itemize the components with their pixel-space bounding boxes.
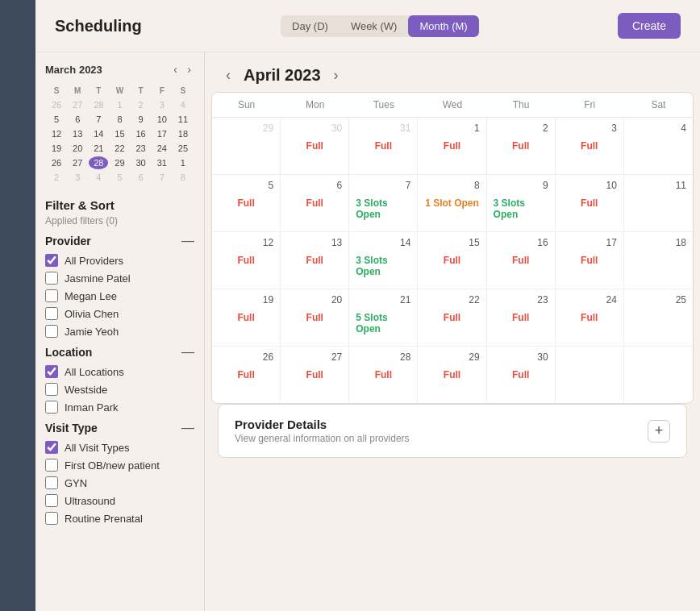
mini-cal-day[interactable]: 1 bbox=[110, 98, 129, 111]
mini-cal-day[interactable]: 12 bbox=[47, 127, 66, 140]
checkbox-input[interactable] bbox=[45, 307, 58, 320]
checkbox-input[interactable] bbox=[45, 476, 58, 489]
mini-cal-day[interactable]: 23 bbox=[131, 142, 151, 155]
calendar-cell-status: Full bbox=[581, 312, 598, 323]
checkbox-input[interactable] bbox=[45, 512, 58, 525]
provider-details-expand-button[interactable]: + bbox=[648, 420, 670, 443]
mini-cal-day[interactable]: 4 bbox=[173, 98, 193, 111]
mini-cal-day[interactable]: 8 bbox=[173, 171, 193, 184]
calendar-cell[interactable]: 15Full bbox=[418, 232, 486, 289]
mini-cal-day[interactable]: 15 bbox=[110, 127, 129, 140]
mini-cal-day[interactable]: 26 bbox=[47, 156, 66, 169]
mini-cal-day[interactable]: 24 bbox=[152, 142, 172, 155]
mini-cal-day[interactable]: 29 bbox=[110, 156, 129, 169]
calendar-cell[interactable]: 10Full bbox=[556, 175, 624, 231]
mini-cal-day[interactable]: 11 bbox=[173, 113, 193, 126]
provider-collapse-button[interactable]: — bbox=[181, 235, 194, 247]
mini-cal-day[interactable]: 5 bbox=[110, 171, 129, 184]
calendar-cell[interactable]: 22Full bbox=[418, 289, 486, 346]
mini-cal-day[interactable]: 3 bbox=[68, 171, 87, 184]
calendar-cell[interactable]: 12Full bbox=[212, 232, 281, 289]
calendar-cell[interactable]: 19Full bbox=[212, 289, 281, 346]
mini-cal-day[interactable]: 26 bbox=[47, 98, 66, 111]
calendar-cell[interactable]: 30Full bbox=[281, 118, 349, 174]
mini-cal-day[interactable]: 3 bbox=[152, 98, 172, 111]
calendar-cell[interactable]: 16Full bbox=[487, 232, 556, 289]
checkbox-input[interactable] bbox=[45, 365, 58, 378]
mini-cal-day[interactable]: 4 bbox=[89, 171, 108, 184]
mini-cal-day[interactable]: 1 bbox=[173, 156, 193, 169]
calendar-cell[interactable]: 24Full bbox=[556, 289, 624, 346]
calendar-cell[interactable]: 3Full bbox=[556, 118, 624, 174]
calendar-cell[interactable]: 93 Slots Open bbox=[487, 175, 556, 231]
checkbox-input[interactable] bbox=[45, 272, 58, 285]
view-day-button[interactable]: Day (D) bbox=[281, 15, 340, 37]
mini-cal-day[interactable]: 30 bbox=[131, 156, 151, 169]
mini-cal-day[interactable]: 16 bbox=[131, 127, 151, 140]
calendar-cell[interactable]: 73 Slots Open bbox=[349, 175, 418, 231]
mini-cal-next[interactable]: › bbox=[184, 63, 194, 76]
create-button[interactable]: Create bbox=[618, 13, 681, 39]
visit-type-collapse-button[interactable]: — bbox=[181, 422, 194, 434]
mini-cal-day[interactable]: 9 bbox=[131, 113, 151, 126]
mini-cal-day[interactable]: 27 bbox=[68, 98, 87, 111]
mini-cal-day[interactable]: 20 bbox=[68, 142, 87, 155]
calendar-cell[interactable]: 81 Slot Open bbox=[418, 175, 486, 231]
calendar-cell[interactable]: 1Full bbox=[418, 118, 486, 174]
mini-cal-prev[interactable]: ‹ bbox=[170, 63, 181, 76]
mini-cal-day[interactable]: 25 bbox=[173, 142, 193, 155]
calendar-week: 26Full27Full28Full29Full30Full bbox=[212, 347, 693, 403]
mini-cal-day[interactable]: 14 bbox=[89, 127, 108, 140]
calendar-next-button[interactable]: › bbox=[329, 65, 344, 85]
view-month-button[interactable]: Month (M) bbox=[408, 15, 478, 37]
mini-cal-day[interactable]: 28 bbox=[89, 98, 108, 111]
calendar-cell[interactable]: 6Full bbox=[281, 175, 349, 231]
mini-cal-day[interactable]: 31 bbox=[152, 156, 172, 169]
calendar-cell[interactable]: 31Full bbox=[349, 118, 418, 174]
calendar-cell[interactable]: 26Full bbox=[212, 347, 281, 403]
checkbox-input[interactable] bbox=[45, 383, 58, 396]
calendar-cell[interactable]: 13Full bbox=[281, 232, 349, 289]
mini-cal-day[interactable]: 13 bbox=[68, 127, 87, 140]
mini-cal-day[interactable]: 2 bbox=[131, 98, 151, 111]
view-week-button[interactable]: Week (W) bbox=[340, 15, 409, 37]
calendar-cell[interactable]: 215 Slots Open bbox=[349, 289, 418, 346]
checkbox-input[interactable] bbox=[45, 325, 58, 338]
mini-cal-day[interactable]: 22 bbox=[110, 142, 129, 155]
checkbox-input[interactable] bbox=[45, 494, 58, 507]
calendar-cell-status: Full bbox=[444, 312, 460, 323]
checkbox-input[interactable] bbox=[45, 459, 58, 472]
mini-cal-day[interactable]: 10 bbox=[152, 113, 172, 126]
calendar-cell[interactable]: 30Full bbox=[487, 347, 556, 403]
mini-cal-day[interactable]: 5 bbox=[47, 113, 66, 126]
calendar-cell[interactable]: 28Full bbox=[349, 347, 418, 403]
calendar-date: 18 bbox=[676, 237, 686, 248]
mini-cal-day[interactable]: 6 bbox=[131, 171, 151, 184]
calendar-cell[interactable]: 2Full bbox=[487, 118, 556, 174]
location-collapse-button[interactable]: — bbox=[181, 346, 194, 359]
checkbox-input[interactable] bbox=[45, 254, 58, 267]
mini-cal-day[interactable]: 28 bbox=[89, 156, 108, 169]
mini-cal-day[interactable]: 27 bbox=[68, 156, 87, 169]
mini-cal-day[interactable]: 18 bbox=[173, 127, 193, 140]
checkbox-input[interactable] bbox=[45, 401, 58, 414]
mini-cal-day[interactable]: 17 bbox=[152, 127, 172, 140]
calendar-cell[interactable]: 20Full bbox=[281, 289, 349, 346]
calendar-cell[interactable]: 17Full bbox=[556, 232, 624, 289]
mini-cal-day[interactable]: 8 bbox=[110, 113, 129, 126]
calendar-prev-button[interactable]: ‹ bbox=[221, 65, 235, 85]
checkbox-input[interactable] bbox=[45, 289, 58, 302]
mini-cal-day[interactable]: 6 bbox=[68, 113, 87, 126]
checkbox-input[interactable] bbox=[45, 441, 58, 454]
mini-cal-day[interactable]: 21 bbox=[89, 142, 108, 155]
mini-cal-day[interactable]: 7 bbox=[152, 171, 172, 184]
calendar-cell[interactable]: 23Full bbox=[487, 289, 556, 346]
calendar-cell[interactable]: 27Full bbox=[281, 347, 349, 403]
calendar-cell[interactable]: 143 Slots Open bbox=[349, 232, 418, 289]
calendar-cell-status: 3 Slots Open bbox=[356, 197, 410, 220]
calendar-cell[interactable]: 29Full bbox=[418, 347, 486, 403]
mini-cal-day[interactable]: 19 bbox=[47, 142, 66, 155]
calendar-cell[interactable]: 5Full bbox=[212, 175, 281, 231]
mini-cal-day[interactable]: 7 bbox=[89, 113, 108, 126]
mini-cal-day[interactable]: 2 bbox=[47, 171, 66, 184]
